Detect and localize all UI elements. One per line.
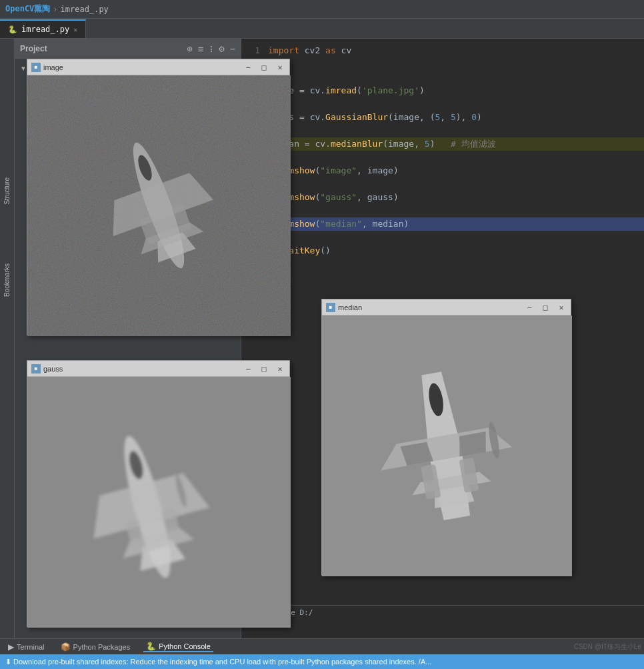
code-line-11 xyxy=(241,177,644,191)
code-line-2 xyxy=(241,57,644,71)
cv-close-btn-median[interactable]: ✕ xyxy=(556,303,567,312)
project-header-title: Project xyxy=(20,44,47,53)
cv-window-image-title: image xyxy=(43,63,63,71)
tab-terminal[interactable]: ▶ Terminal xyxy=(5,642,47,652)
breadcrumb: OpenCV熏陶 › imread_.py xyxy=(5,3,109,15)
terminal-strip: \Local .exe D:/ xyxy=(241,605,644,638)
cv-minimize-btn[interactable]: − xyxy=(243,63,253,72)
tab-label: imread_.py xyxy=(21,25,69,34)
project-header: Project ⊕ ≡ ⫶ ⚙ − xyxy=(15,39,241,59)
console-label: Python Console xyxy=(159,642,211,650)
cv-image-area-gauss xyxy=(27,377,291,628)
code-line-13 xyxy=(241,204,644,217)
project-name: OpenCV熏陶 xyxy=(5,3,50,15)
cv-maximize-btn-median[interactable]: □ xyxy=(540,303,551,312)
cv-image-area-image xyxy=(27,75,291,336)
settings-btn[interactable]: ⚙ xyxy=(219,43,224,54)
cv-image-area-median xyxy=(322,315,572,576)
code-line-5 xyxy=(241,97,644,111)
code-line-6: gauss = cv.GaussianBlur(image, (5, 5), 0… xyxy=(241,111,644,124)
cv-titlebar-median: ■ median − □ ✕ xyxy=(322,299,571,315)
code-line-15 xyxy=(241,231,644,244)
packages-label: Python Packages xyxy=(73,643,131,651)
code-line-10: cv.imshow("image", image) xyxy=(241,164,644,177)
tab-imreadpy[interactable]: 🐍 imread_.py ✕ xyxy=(0,19,86,38)
tab-close-btn[interactable]: ✕ xyxy=(73,26,77,33)
terminal-label: Terminal xyxy=(17,643,45,651)
cv-window-image: ■ image − □ ✕ xyxy=(27,59,290,336)
cv-titlebar-gauss: ■ gauss − □ ✕ xyxy=(27,361,289,377)
code-line-16: cv.waitKey() xyxy=(241,244,644,257)
tab-python-packages[interactable]: 📦 Python Packages xyxy=(58,642,133,652)
fighter-gauss-svg xyxy=(27,377,291,628)
status-text: ⬇ Download pre-built shared indexes: Red… xyxy=(5,658,639,666)
split-btn[interactable]: ⫶ xyxy=(209,43,213,54)
code-line-1: 1 import cv2 as cv xyxy=(241,44,644,57)
watermark: CSDN @IT练习生小Le xyxy=(574,642,641,652)
console-icon: 🐍 xyxy=(146,642,156,651)
cv-window-median: ■ median − □ ✕ xyxy=(321,299,571,576)
file-name: imread_.py xyxy=(61,5,109,14)
code-line-4: image = cv.imread('plane.jpg') xyxy=(241,84,644,97)
code-line-3 xyxy=(241,71,644,84)
bottom-tabs-bar: ▶ Terminal 📦 Python Packages 🐍 Python Co… xyxy=(0,638,644,654)
cv-minimize-btn-gauss[interactable]: − xyxy=(243,364,253,374)
cv-win-icon: ■ xyxy=(31,63,41,72)
cv-window-gauss-title: gauss xyxy=(43,365,63,373)
minimize-btn[interactable]: − xyxy=(230,43,235,54)
code-line-7 xyxy=(241,124,644,137)
cv-minimize-btn-median[interactable]: − xyxy=(524,303,535,312)
code-line-12: cv.imshow("gauss", gauss) xyxy=(241,191,644,204)
code-line-14: cv.imshow("median", median) xyxy=(241,217,644,231)
cv-close-btn[interactable]: ✕ xyxy=(275,63,285,72)
add-btn[interactable]: ⊕ xyxy=(187,43,192,54)
cv-win-icon-median: ■ xyxy=(326,303,335,312)
status-bar: ⬇ Download pre-built shared indexes: Red… xyxy=(0,654,644,669)
cv-win-icon-gauss: ■ xyxy=(31,364,41,374)
py-file-icon: 🐍 xyxy=(8,25,17,34)
tab-bar: 🐍 imread_.py ✕ xyxy=(0,19,644,39)
code-line-9 xyxy=(241,151,644,164)
tab-python-console[interactable]: 🐍 Python Console xyxy=(143,642,213,652)
terminal-icon: ▶ xyxy=(8,642,14,652)
sync-btn[interactable]: ≡ xyxy=(198,43,203,54)
packages-icon: 📦 xyxy=(61,642,71,652)
fighter-image-svg xyxy=(27,75,291,336)
code-line-8: median = cv.medianBlur(image, 5) # 均值滤波 xyxy=(241,137,644,151)
sidebar-structure-label[interactable]: Structure xyxy=(2,175,12,207)
left-sidebar: Structure Bookmarks xyxy=(0,39,15,638)
cv-window-median-title: median xyxy=(338,303,362,311)
sidebar-bookmarks-label[interactable]: Bookmarks xyxy=(2,261,12,299)
fighter-median-svg xyxy=(322,315,572,576)
cv-close-btn-gauss[interactable]: ✕ xyxy=(275,364,285,374)
cv-maximize-btn-gauss[interactable]: □ xyxy=(259,364,269,374)
cv-titlebar-image: ■ image − □ ✕ xyxy=(27,59,289,75)
top-bar: OpenCV熏陶 › imread_.py xyxy=(0,0,644,19)
cv-maximize-btn[interactable]: □ xyxy=(259,63,269,72)
cv-window-gauss: ■ gauss − □ ✕ xyxy=(27,360,290,627)
